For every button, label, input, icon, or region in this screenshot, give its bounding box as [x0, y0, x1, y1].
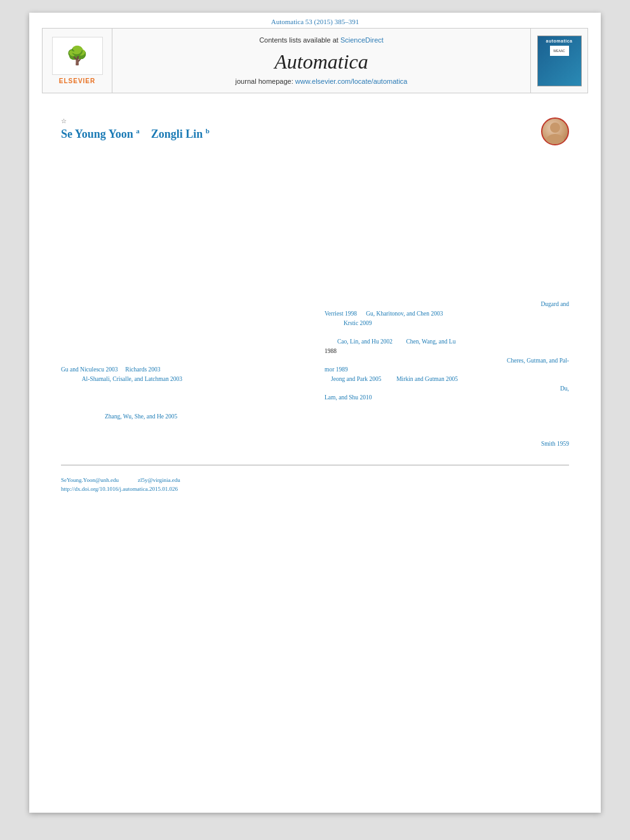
- col-left-body-7: [61, 356, 305, 366]
- svg-point-0: [550, 123, 560, 133]
- col-right-ref-verriest: Verriest 1998 Gu, Kharitonov, and Chen 2…: [325, 309, 569, 319]
- content-area: ☆ Se Young Yoon a Zongli Lin b: [29, 93, 601, 460]
- star-footnote: ☆: [61, 117, 528, 124]
- col-left-body-9: [61, 384, 305, 394]
- ref-chen-wang[interactable]: Chen, Wang, and Lu: [406, 338, 455, 345]
- col-left-ref-zhang: Zhang, Wu, She, and He 2005: [61, 412, 305, 422]
- col-left-body-5: [61, 337, 305, 347]
- profile-avatar: [541, 117, 569, 145]
- science-direct-link[interactable]: ScienceDirect: [340, 36, 384, 44]
- doi-url[interactable]: http://dx.doi.org/10.1016/j.automatica.2…: [61, 486, 178, 492]
- ref-zhang[interactable]: Zhang, Wu, She, and He 2005: [105, 413, 177, 420]
- automatica-thumbnail: automatica WEAAC: [537, 36, 582, 86]
- elsevier-logo-box: 🌳: [52, 37, 103, 75]
- col-right-ref-cheres: Cheres, Gutman, and Pal-: [325, 356, 569, 366]
- ref-smith[interactable]: Smith 1959: [541, 441, 569, 447]
- col-right-ref-lam: Lam, and Shu 2010: [325, 393, 569, 403]
- ref-al-shamali[interactable]: Al-Shamali, Crisalle, and Latchman 2003: [82, 376, 182, 382]
- bottom-info: SeYoung.Yoon@unh.edu zl5y@virginia.edu h…: [29, 470, 601, 498]
- email-line: SeYoung.Yoon@unh.edu zl5y@virginia.edu: [61, 477, 569, 483]
- abstract-para-8: [61, 255, 569, 265]
- col-right-ref-jeong: Jeong and Park 2005 Mirkin and Gutman 20…: [325, 375, 569, 384]
- abstract-para-1: [61, 154, 569, 164]
- col-right-ref-mor: mor 1989: [325, 365, 569, 375]
- col-right-ref-krstic: Krstic 2009: [325, 319, 569, 328]
- contents-text: Contents lists available at: [259, 36, 338, 44]
- email-2[interactable]: zl5y@virginia.edu: [138, 477, 180, 483]
- thumb-title: automatica: [546, 39, 573, 43]
- elsevier-label: ELSEVIER: [59, 77, 95, 84]
- divider: [61, 465, 569, 465]
- author-a-name: Se Young Yoon: [61, 128, 133, 140]
- homepage-url[interactable]: www.elsevier.com/locate/automatica: [295, 77, 408, 85]
- abstract-para-5: [61, 212, 569, 222]
- journal-thumbnail-area: automatica WEAAC: [530, 29, 587, 93]
- homepage-line: journal homepage: www.elsevier.com/locat…: [236, 77, 408, 85]
- weaac-label: WEAAC: [553, 49, 565, 53]
- col-left-body-6: [61, 347, 305, 356]
- ref-dugard[interactable]: Dugard and: [540, 301, 569, 307]
- ref-richards[interactable]: Richards 2003: [125, 366, 160, 373]
- col-left-body: [61, 300, 305, 309]
- ref-cao[interactable]: Cao, Lin, and Hu 2002: [337, 338, 392, 345]
- homepage-text: journal homepage:: [236, 77, 293, 85]
- col-right-ref-1988: 1988: [325, 347, 569, 356]
- thumb-logo: WEAAC: [550, 46, 569, 56]
- sup-b: b: [206, 127, 210, 135]
- profile-icon-area: [541, 117, 569, 145]
- ref-du[interactable]: Du,: [560, 385, 569, 392]
- abstract-para-10: [61, 284, 569, 293]
- elsevier-tree-icon: 🌳: [66, 47, 88, 65]
- col-left-body-3: [61, 319, 305, 328]
- authors-line: Se Young Yoon a Zongli Lin b: [61, 127, 528, 141]
- article-title-area: ☆ Se Young Yoon a Zongli Lin b: [61, 117, 569, 145]
- year-1988: 1988: [325, 348, 337, 354]
- abstract-para-7: [61, 241, 569, 250]
- ref-krstic[interactable]: Krstic 2009: [344, 320, 372, 326]
- svg-point-1: [546, 134, 564, 144]
- abstract-para-3: [61, 183, 569, 192]
- sup-a: a: [136, 127, 140, 135]
- col-right-ref-dugard: Dugard and: [325, 300, 569, 309]
- ref-lam-shu[interactable]: Lam, and Shu 2010: [325, 394, 372, 401]
- doi-line: http://dx.doi.org/10.1016/j.automatica.2…: [61, 486, 569, 492]
- ref-jeong[interactable]: Jeong and Park 2005: [331, 376, 381, 382]
- ref-cheres[interactable]: Cheres, Gutman, and Pal-: [507, 357, 569, 364]
- col-right-body-1: [325, 328, 569, 337]
- col-left-ref-al-shamali: Al-Shamali, Crisalle, and Latchman 2003: [61, 375, 305, 384]
- col-right-ref-cao: Cao, Lin, and Hu 2002 Chen, Wang, and Lu: [325, 337, 569, 347]
- left-column: Gu and Niculescu 2003 Richards 2003 Al-S…: [61, 300, 305, 421]
- body-text-area: [61, 154, 569, 293]
- journal-ref-line: Automatica 53 (2015) 385–391: [29, 13, 601, 28]
- ref-mor[interactable]: mor 1989: [325, 366, 348, 373]
- right-column: Dugard and Verriest 1998 Gu, Kharitonov,…: [325, 300, 569, 421]
- article-title-text: ☆ Se Young Yoon a Zongli Lin b: [61, 117, 528, 141]
- publisher-logo-area: 🌳 ELSEVIER: [43, 29, 112, 93]
- col-right-ref-du: Du,: [325, 384, 569, 394]
- abstract-para-4: [61, 197, 569, 207]
- ref-gu-kharitonov[interactable]: Gu, Kharitonov, and Chen 2003: [366, 310, 443, 317]
- author-b-name: Zongli Lin: [151, 128, 203, 140]
- smith-ref-area: Smith 1959: [61, 441, 569, 447]
- contents-line: Contents lists available at ScienceDirec…: [259, 36, 384, 44]
- journal-header: 🌳 ELSEVIER Contents lists available at S…: [42, 28, 588, 93]
- email-1[interactable]: SeYoung.Yoon@unh.edu: [61, 477, 119, 483]
- journal-info-center: Contents lists available at ScienceDirec…: [112, 29, 530, 93]
- abstract-para-9: [61, 270, 569, 279]
- two-column-section: Gu and Niculescu 2003 Richards 2003 Al-S…: [61, 300, 569, 421]
- col-left-body-2: [61, 309, 305, 319]
- avatar-svg: [542, 119, 568, 144]
- ref-mirkin[interactable]: Mirkin and Gutman 2005: [396, 376, 458, 382]
- journal-title: Automatica: [274, 50, 368, 74]
- col-left-body-10: [61, 393, 305, 403]
- col-left-body-8: Gu and Niculescu 2003 Richards 2003: [61, 365, 305, 375]
- abstract-para-6: [61, 227, 569, 236]
- abstract-para-2: [61, 169, 569, 178]
- col-left-body-11: [61, 403, 305, 412]
- journal-ref[interactable]: Automatica 53 (2015) 385–391: [271, 18, 359, 25]
- ref-verriest[interactable]: Verriest 1998: [325, 310, 357, 317]
- ref-gu-niculescu[interactable]: Gu and Niculescu 2003: [61, 366, 117, 373]
- page: Automatica 53 (2015) 385–391 🌳 ELSEVIER …: [29, 13, 601, 813]
- col-left-body-4: [61, 328, 305, 337]
